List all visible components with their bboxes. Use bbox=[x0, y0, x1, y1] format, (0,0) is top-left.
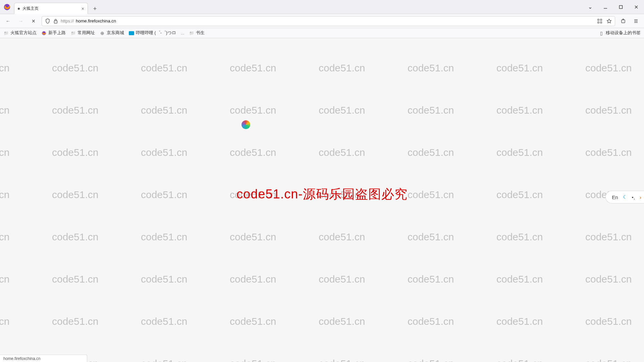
folder-icon bbox=[189, 31, 194, 36]
app-menu-button[interactable] bbox=[631, 16, 641, 26]
svg-rect-2 bbox=[620, 5, 623, 8]
url-host: home.firefoxchina.cn bbox=[76, 18, 116, 23]
watermark-text: code51.cn bbox=[585, 358, 632, 362]
tab-active[interactable]: 火狐主页 × bbox=[14, 3, 88, 14]
watermark-text: code51.cn bbox=[319, 62, 365, 74]
folder-icon bbox=[70, 31, 76, 36]
mobile-icon bbox=[599, 31, 604, 36]
bookmark-item-3[interactable]: 京东商城 bbox=[100, 30, 124, 36]
watermark-text: code51.cn bbox=[230, 316, 276, 327]
watermark-text: code51.cn bbox=[585, 316, 632, 327]
bookmark-label: 常用网址 bbox=[77, 30, 95, 36]
bookmark-item-1[interactable]: 新手上路 bbox=[41, 30, 66, 36]
window-minimize-button[interactable] bbox=[598, 0, 613, 14]
watermark-text: code51.cn bbox=[408, 274, 454, 285]
watermark-text: code51.cn bbox=[141, 316, 187, 327]
navbar: ← → ✕ https://home.firefoxchina.cn bbox=[0, 14, 644, 28]
titlebar: 火狐主页 × + bbox=[0, 0, 644, 14]
svg-rect-9 bbox=[600, 22, 602, 23]
watermark-text: code51.cn bbox=[230, 62, 276, 74]
svg-rect-6 bbox=[598, 19, 599, 20]
status-bar: home.firefoxchina.cn bbox=[0, 355, 87, 362]
bookmark-mobile[interactable]: 移动设备上的书签 bbox=[599, 30, 641, 36]
watermark-text: code51.cn bbox=[408, 105, 454, 116]
watermark-text: code51.cn bbox=[408, 62, 454, 74]
stop-button[interactable]: ✕ bbox=[29, 16, 38, 26]
watermark-text: code51.cn bbox=[0, 274, 9, 285]
watermark-text: code51.cn bbox=[0, 105, 9, 116]
jd-icon bbox=[100, 31, 105, 36]
watermark-text: code51.cn bbox=[496, 147, 543, 158]
watermark-text: code51.cn bbox=[585, 147, 632, 158]
watermark-text: code51.cn bbox=[585, 105, 632, 116]
bookmark-star-icon[interactable] bbox=[606, 18, 612, 24]
watermark-text: code51.cn bbox=[496, 316, 543, 327]
bookmark-label: 火狐官方站点 bbox=[10, 30, 37, 36]
ime-floating-bar[interactable]: En ☾ •, › bbox=[605, 191, 644, 203]
window-maximize-button[interactable] bbox=[613, 0, 629, 14]
bookmark-item-2[interactable]: 常用网址 bbox=[70, 30, 95, 36]
back-button[interactable]: ← bbox=[3, 16, 13, 26]
watermark-center-text: code51.cn-源码乐园盗图必究 bbox=[236, 186, 408, 203]
ime-lang[interactable]: En bbox=[612, 194, 618, 200]
watermark-text: code51.cn bbox=[52, 62, 98, 74]
url-bar[interactable]: https://home.firefoxchina.cn bbox=[42, 16, 615, 26]
bookmark-item-5[interactable]: ... bbox=[181, 31, 184, 36]
firefox-app-icon bbox=[0, 0, 14, 14]
forward-button[interactable]: → bbox=[16, 16, 25, 26]
watermark-text: code51.cn bbox=[52, 274, 98, 285]
watermark-text: code51.cn bbox=[141, 147, 187, 158]
watermark-text: code51.cn bbox=[496, 274, 543, 285]
watermark-text: code51.cn bbox=[408, 231, 454, 243]
url-input[interactable] bbox=[118, 18, 595, 23]
watermark-text: code51.cn bbox=[230, 274, 276, 285]
watermark-text: code51.cn bbox=[0, 62, 9, 74]
lock-icon[interactable] bbox=[53, 18, 59, 24]
watermark-text: code51.cn bbox=[52, 147, 98, 158]
watermark-text: code51.cn bbox=[141, 358, 187, 362]
window-close-button[interactable] bbox=[629, 0, 644, 14]
watermark-text: code51.cn bbox=[408, 316, 454, 327]
bookmark-label: 京东商城 bbox=[107, 30, 124, 36]
watermark-text: code51.cn bbox=[0, 316, 9, 327]
bookmark-mobile-label: 移动设备上的书签 bbox=[606, 30, 641, 36]
watermark-text: code51.cn bbox=[319, 358, 365, 362]
page-content: code51.cncode51.cncode51.cncode51.cncode… bbox=[0, 38, 644, 362]
watermark-text: code51.cn bbox=[319, 316, 365, 327]
tab-close-icon[interactable]: × bbox=[82, 6, 84, 11]
tabs-dropdown-button[interactable] bbox=[582, 0, 598, 14]
loading-spinner-icon bbox=[241, 120, 250, 129]
bookmark-item-6[interactable]: 书生 bbox=[189, 30, 205, 36]
watermark-text: code51.cn bbox=[141, 105, 187, 116]
new-tab-button[interactable]: + bbox=[90, 4, 100, 14]
watermark-text: code51.cn bbox=[52, 316, 98, 327]
svg-rect-11 bbox=[623, 19, 624, 20]
extensions-button[interactable] bbox=[619, 16, 628, 26]
shield-icon[interactable] bbox=[45, 18, 51, 24]
ime-expand-arrow-icon[interactable]: › bbox=[640, 194, 641, 200]
url-scheme: https:// bbox=[61, 18, 74, 23]
bilibili-icon bbox=[129, 31, 134, 36]
watermark-text: code51.cn bbox=[408, 189, 454, 200]
watermark-text: code51.cn bbox=[496, 231, 543, 243]
bookmark-item-0[interactable]: 火狐官方站点 bbox=[3, 30, 37, 36]
tab-title: 火狐主页 bbox=[22, 6, 39, 11]
watermark-text: code51.cn bbox=[52, 105, 98, 116]
bookmark-item-4[interactable]: 哔哩哔哩 (゜-゜)つロ bbox=[129, 30, 176, 36]
svg-rect-7 bbox=[600, 19, 602, 20]
watermark-text: code51.cn bbox=[230, 358, 276, 362]
watermark-text: code51.cn bbox=[230, 231, 276, 243]
watermark-text: code51.cn bbox=[0, 189, 9, 200]
tab-strip: 火狐主页 × + bbox=[14, 0, 100, 14]
bookmark-overflow-icon: ... bbox=[181, 31, 184, 36]
watermark-text: code51.cn bbox=[585, 231, 632, 243]
ime-punct-icon[interactable]: •, bbox=[632, 194, 635, 200]
watermark-text: code51.cn bbox=[141, 274, 187, 285]
ime-moon-icon[interactable]: ☾ bbox=[623, 194, 627, 200]
watermark-text: code51.cn bbox=[230, 105, 276, 116]
reader-qr-icon[interactable] bbox=[597, 18, 603, 24]
watermark-text: code51.cn bbox=[141, 62, 187, 74]
watermark-text: code51.cn bbox=[141, 231, 187, 243]
chevron-down-icon bbox=[588, 4, 592, 10]
watermark-text: code51.cn bbox=[496, 105, 543, 116]
